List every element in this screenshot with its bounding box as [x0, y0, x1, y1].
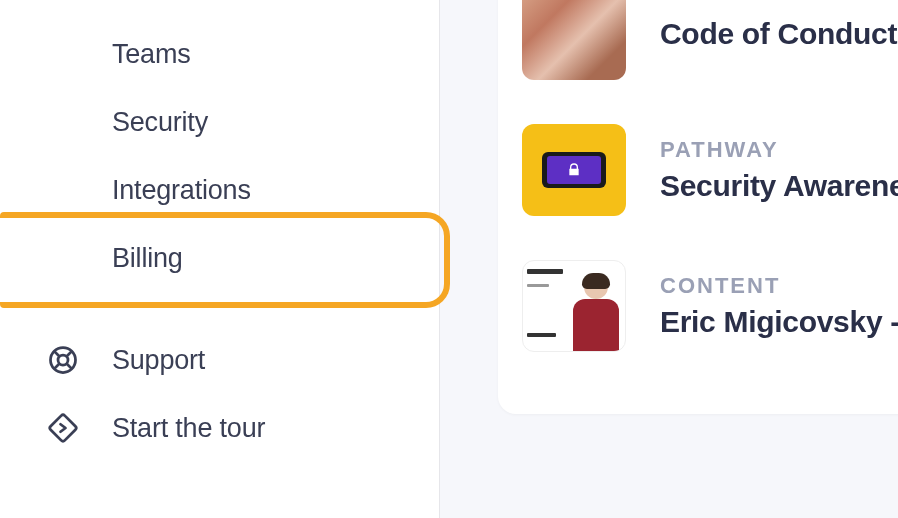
- thumbnail-security: [522, 124, 626, 216]
- settings-nav-group: Teams Security Integrations Billing: [0, 20, 439, 292]
- content-row[interactable]: PATHWAY Security Awareness: [522, 102, 898, 238]
- content-text: CONTENT Eric Migicovsky - Ho: [660, 273, 898, 339]
- content-kicker: CONTENT: [660, 273, 898, 299]
- svg-line-2: [54, 351, 59, 356]
- sidebar-item-label: Billing: [112, 243, 183, 274]
- app-root: Teams Security Integrations Billing Supp…: [0, 0, 898, 518]
- nav-divider: [0, 292, 439, 326]
- content-text: PATHWAY Security Awareness: [660, 137, 898, 203]
- phone-screen: [547, 156, 601, 184]
- lock-icon: [566, 162, 582, 178]
- svg-rect-6: [49, 414, 77, 442]
- content-title: Eric Migicovsky - Ho: [660, 305, 898, 339]
- directions-icon: [48, 413, 78, 443]
- content-card-panel: Code of Conduct Tra PATHWAY Security Awa…: [498, 0, 898, 414]
- svg-line-3: [67, 364, 72, 369]
- sidebar-item-security[interactable]: Security: [0, 88, 439, 156]
- sidebar-item-start-tour[interactable]: Start the tour: [0, 394, 439, 462]
- sidebar-item-integrations[interactable]: Integrations: [0, 156, 439, 224]
- main-content: Code of Conduct Tra PATHWAY Security Awa…: [440, 0, 898, 518]
- sidebar-item-label: Teams: [112, 39, 191, 70]
- thumbnail-video: [522, 260, 626, 352]
- video-thumb-text: [523, 261, 567, 351]
- content-kicker: PATHWAY: [660, 137, 898, 163]
- content-text: Code of Conduct Tra: [660, 17, 898, 51]
- svg-line-4: [67, 351, 72, 356]
- content-title: Code of Conduct Tra: [660, 17, 898, 51]
- content-row[interactable]: CONTENT Eric Migicovsky - Ho: [522, 238, 898, 374]
- sidebar-item-billing[interactable]: Billing: [0, 224, 439, 292]
- thumbnail-hands: [522, 0, 626, 80]
- sidebar-item-teams[interactable]: Teams: [0, 20, 439, 88]
- sidebar-item-support[interactable]: Support: [0, 326, 439, 394]
- content-row[interactable]: Code of Conduct Tra: [522, 0, 898, 102]
- sidebar-item-label: Security: [112, 107, 208, 138]
- lifebuoy-icon: [48, 345, 78, 375]
- sidebar: Teams Security Integrations Billing Supp…: [0, 0, 440, 518]
- svg-line-5: [54, 364, 59, 369]
- sidebar-item-label: Support: [112, 345, 205, 376]
- sidebar-item-label: Start the tour: [112, 413, 265, 444]
- content-title: Security Awareness: [660, 169, 898, 203]
- phone-graphic: [542, 152, 606, 188]
- sidebar-item-label: Integrations: [112, 175, 251, 206]
- video-thumb-person: [567, 261, 625, 351]
